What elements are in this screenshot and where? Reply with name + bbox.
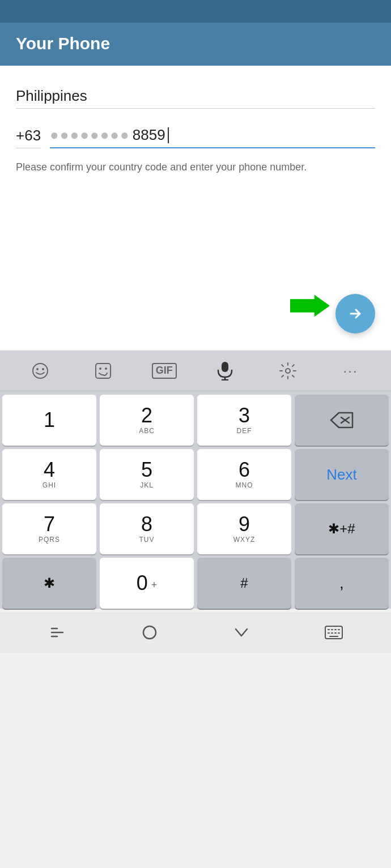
svg-rect-16 [143, 626, 156, 639]
keyboard-toolbar: GIF ··· [0, 350, 391, 391]
svg-rect-4 [96, 364, 110, 378]
svg-point-2 [36, 368, 39, 370]
key-row-3: 7 PQRS 8 TUV 9 WXYZ ✱+# [2, 503, 389, 554]
main-content: +63 ●●●●●●●● 8859 Please confirm your co… [0, 66, 391, 203]
gif-icon[interactable]: GIF [152, 363, 177, 379]
key-2[interactable]: 2 ABC [100, 395, 194, 446]
country-code: +63 [16, 122, 41, 148]
next-key[interactable]: Next [295, 449, 389, 500]
microphone-icon[interactable] [211, 357, 239, 385]
svg-point-10 [286, 369, 290, 373]
emoji-icon[interactable] [26, 357, 54, 385]
svg-marker-0 [290, 295, 330, 317]
key-8[interactable]: 8 TUV [100, 503, 194, 554]
sticker-icon[interactable] [89, 357, 117, 385]
green-arrow-icon [290, 292, 330, 320]
country-input[interactable] [16, 83, 375, 109]
country-field [16, 83, 375, 109]
key-5[interactable]: 5 JKL [100, 449, 194, 500]
star-key[interactable]: ✱ [2, 558, 96, 609]
status-bar [0, 0, 391, 23]
phone-row: +63 ●●●●●●●● 8859 [16, 122, 375, 148]
key-0[interactable]: 0 + [100, 558, 194, 609]
page-title: Your Phone [16, 34, 110, 53]
arrow-indicator [290, 292, 330, 322]
key-row-4: ✱ 0 + # , [2, 558, 389, 609]
backspace-key[interactable] [295, 395, 389, 446]
hash-key[interactable]: # [197, 558, 291, 609]
home-nav-icon[interactable] [133, 615, 167, 649]
key-3[interactable]: 3 DEF [197, 395, 291, 446]
key-4[interactable]: 4 GHI [2, 449, 96, 500]
settings-icon[interactable] [274, 357, 302, 385]
app-header: Your Phone [0, 23, 391, 66]
cursor [168, 127, 169, 143]
key-row-2: 4 GHI 5 JKL 6 MNO Next [2, 449, 389, 500]
keyboard: 1 2 ABC 3 DEF 4 GHI 5 JKL 6 M [0, 391, 391, 609]
svg-point-6 [105, 367, 107, 370]
back-nav-icon[interactable] [40, 615, 74, 649]
next-fab-button[interactable] [335, 294, 375, 333]
phone-masked: ●●●●●●●● [50, 126, 130, 144]
key-9[interactable]: 9 WXYZ [197, 503, 291, 554]
svg-point-3 [42, 368, 44, 370]
middle-area [0, 203, 391, 350]
comma-key[interactable]: , [295, 558, 389, 609]
arrow-right-icon [346, 305, 364, 323]
backspace-icon [330, 412, 354, 429]
svg-point-5 [99, 367, 101, 370]
recent-nav-icon[interactable] [224, 615, 258, 649]
key-6[interactable]: 6 MNO [197, 449, 291, 500]
keyboard-nav-icon[interactable] [317, 615, 351, 649]
key-7[interactable]: 7 PQRS [2, 503, 96, 554]
key-1[interactable]: 1 [2, 395, 96, 446]
phone-visible: 8859 [133, 126, 165, 144]
key-row-1: 1 2 ABC 3 DEF [2, 395, 389, 446]
bottom-nav [0, 612, 391, 653]
more-icon[interactable]: ··· [337, 357, 365, 385]
hint-text: Please confirm your country code and ent… [16, 160, 375, 175]
svg-point-1 [33, 364, 48, 378]
symbols-key[interactable]: ✱+# [295, 503, 389, 554]
svg-rect-7 [222, 362, 228, 372]
